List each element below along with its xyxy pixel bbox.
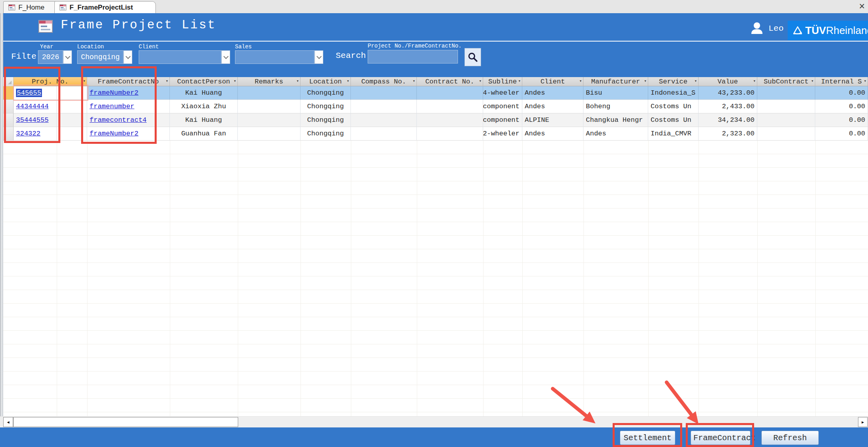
cell-manufacturer[interactable]: Changkua Hengr — [583, 113, 648, 127]
cell-contract-no[interactable] — [417, 127, 483, 141]
cell-contact-person[interactable]: Xiaoxia Zhu — [170, 100, 238, 113]
cell-contract-no[interactable] — [417, 86, 483, 100]
column-header-subcontract[interactable]: SubContract▾ — [757, 77, 815, 86]
refresh-button[interactable]: Refresh — [761, 431, 819, 445]
horizontal-scrollbar[interactable]: ◀ ▶ — [0, 416, 868, 428]
cell-manufacturer[interactable]: Boheng — [583, 100, 648, 113]
location-value[interactable]: Chongqing — [77, 50, 123, 64]
cell-internal-s[interactable]: 0.00 — [815, 113, 868, 127]
record-selector[interactable] — [3, 113, 14, 127]
cell-contract-no[interactable] — [417, 100, 483, 113]
column-header-value[interactable]: Value▾ — [699, 77, 757, 86]
search-input[interactable] — [368, 50, 458, 64]
filter-dropdown-icon[interactable]: ▾ — [479, 78, 482, 83]
cell-contact-person[interactable]: Kai Huang — [170, 113, 238, 127]
filter-dropdown-icon[interactable]: ▾ — [346, 78, 349, 83]
cell-value[interactable]: 2,433.00 — [699, 100, 757, 113]
cell-proj-no[interactable]: 35444555 — [14, 113, 57, 127]
cell-frame-contract-no[interactable]: frameNumber2 — [87, 86, 170, 100]
cell-value[interactable]: 2,323.00 — [699, 127, 757, 141]
cell-internal-s[interactable]: 0.00 — [815, 100, 868, 113]
cell-service[interactable]: Costoms Un — [648, 113, 699, 127]
sales-combobox[interactable] — [235, 50, 323, 64]
cell-compass-no[interactable] — [351, 127, 417, 141]
cell-client[interactable]: Andes — [522, 127, 583, 141]
cell-subline[interactable]: component — [483, 100, 522, 113]
cell-subcontract[interactable] — [757, 100, 815, 113]
cell-frame-contract-no[interactable]: framenumber — [87, 100, 170, 113]
filter-dropdown-icon[interactable]: ▾ — [412, 78, 415, 83]
filter-dropdown-icon[interactable]: ▾ — [644, 78, 647, 83]
cell-subline[interactable]: 4-wheeler — [483, 86, 522, 100]
cell-location[interactable]: Chongqing — [301, 86, 351, 100]
close-icon[interactable]: × — [859, 0, 865, 12]
filter-dropdown-icon[interactable]: ▾ — [811, 78, 814, 83]
cell-remarks[interactable] — [238, 86, 301, 100]
location-dropdown-icon[interactable] — [123, 50, 132, 64]
column-header-internal-s[interactable]: Internal S▾ — [815, 77, 868, 86]
cell-remarks[interactable] — [238, 113, 301, 127]
location-combobox[interactable]: Chongqing — [77, 50, 132, 64]
cell-proj-no[interactable]: 44344444 — [14, 100, 57, 113]
column-header-contact-person[interactable]: ContactPerson▾ — [170, 77, 238, 86]
search-button[interactable] — [464, 48, 481, 66]
record-selector[interactable] — [3, 127, 14, 141]
client-value[interactable] — [139, 50, 221, 64]
cell-subcontract[interactable] — [757, 86, 815, 100]
filter-dropdown-icon[interactable]: ▾ — [694, 78, 697, 83]
column-header-contract-no[interactable]: Contract No.▾ — [417, 77, 483, 86]
scroll-left-icon[interactable]: ◀ — [3, 417, 13, 427]
cell-contact-person[interactable]: Guanhua Fan — [170, 127, 238, 141]
cell-blank[interactable] — [57, 127, 87, 141]
year-combobox[interactable]: 2026 — [38, 50, 72, 64]
cell-subline[interactable]: 2-wheeler — [483, 127, 522, 141]
filter-dropdown-icon[interactable]: ▾ — [579, 78, 582, 83]
scrollbar-thumb[interactable] — [13, 417, 238, 427]
cell-contact-person[interactable]: Kai Huang — [170, 86, 238, 100]
cell-frame-contract-no[interactable]: framecontract4 — [87, 113, 170, 127]
cell-contract-no[interactable] — [417, 113, 483, 127]
filter-dropdown-icon[interactable]: ▾ — [233, 78, 236, 83]
filter-dropdown-icon[interactable]: ▾ — [518, 78, 521, 83]
sales-dropdown-icon[interactable] — [315, 50, 323, 64]
select-all-cell[interactable] — [3, 77, 14, 86]
cell-client[interactable]: Andes — [522, 100, 583, 113]
cell-compass-no[interactable] — [351, 113, 417, 127]
cell-blank[interactable] — [57, 113, 87, 127]
cell-proj-no[interactable]: 324322 — [14, 127, 57, 141]
column-header-compass-no[interactable]: Compass No.▾ — [351, 77, 417, 86]
filter-dropdown-icon[interactable]: ▾ — [83, 78, 86, 83]
column-header-manufacturer[interactable]: Manufacturer▾ — [583, 77, 648, 86]
cell-manufacturer[interactable]: Andes — [583, 127, 648, 141]
cell-remarks[interactable] — [238, 100, 301, 113]
cell-internal-s[interactable]: 0.00 — [815, 127, 868, 141]
cell-proj-no[interactable]: 545655 — [14, 86, 57, 100]
year-dropdown-icon[interactable] — [63, 50, 72, 64]
scroll-right-icon[interactable]: ▶ — [858, 417, 868, 427]
cell-subcontract[interactable] — [757, 127, 815, 141]
column-header-remarks[interactable]: Remarks▾ — [238, 77, 301, 86]
cell-location[interactable]: Chongqing — [301, 127, 351, 141]
client-dropdown-icon[interactable] — [221, 50, 230, 64]
column-header-subline[interactable]: Subline▾ — [483, 77, 522, 86]
cell-remarks[interactable] — [238, 127, 301, 141]
cell-service[interactable]: Costoms Un — [648, 100, 699, 113]
column-header-proj-no[interactable]: Proj. No.▾ — [14, 77, 87, 86]
year-value[interactable]: 2026 — [38, 50, 63, 64]
record-selector[interactable] — [3, 86, 14, 100]
column-header-client[interactable]: Client▾ — [522, 77, 583, 86]
cell-value[interactable]: 34,234.00 — [699, 113, 757, 127]
filter-dropdown-icon[interactable]: ▾ — [864, 78, 866, 83]
record-selector[interactable] — [3, 100, 14, 113]
cell-location[interactable]: Chongqing — [301, 100, 351, 113]
column-header-location[interactable]: Location▾ — [301, 77, 351, 86]
cell-client[interactable]: Andes — [522, 86, 583, 100]
cell-value[interactable]: 43,233.00 — [699, 86, 757, 100]
framecontract-button[interactable]: FrameContract — [691, 431, 751, 445]
tab-f-frameprojectlist[interactable]: F_FrameProjectList — [54, 1, 156, 13]
settlement-button[interactable]: Settlement — [620, 431, 675, 445]
cell-compass-no[interactable] — [351, 100, 417, 113]
filter-dropdown-icon[interactable]: ▾ — [165, 78, 168, 83]
cell-compass-no[interactable] — [351, 86, 417, 100]
cell-client[interactable]: ALPINE — [522, 113, 583, 127]
